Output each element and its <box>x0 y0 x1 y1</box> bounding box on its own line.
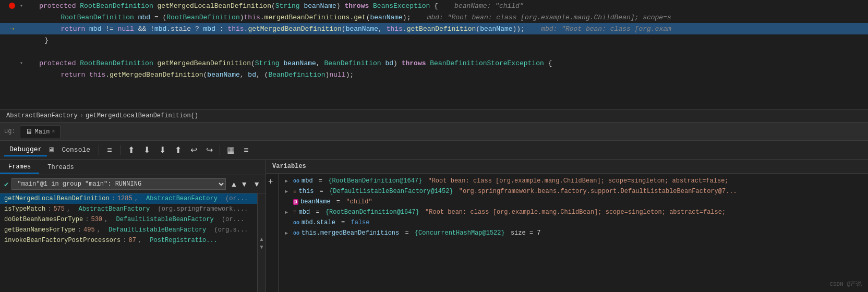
var-item-beanname[interactable]: p beanName = "child" <box>279 197 868 207</box>
var-val-mergedbeans: size = 7 <box>507 229 541 237</box>
gutter-3: → <box>4 25 20 33</box>
tab-console[interactable]: Console <box>56 144 95 156</box>
step-into-btn[interactable]: ⬇ <box>139 143 154 157</box>
frames-list-container: getMergedLocalBeanDefinition:1285, Abstr… <box>0 193 266 292</box>
settings-btn[interactable]: ≡ <box>239 143 254 157</box>
tab-frames[interactable]: Frames <box>0 161 39 174</box>
thread-check-icon: ✔ <box>4 180 8 189</box>
stack-frame-4[interactable]: invokeBeanFactoryPostProcessors:87, Post… <box>0 235 257 246</box>
thread-select-dropdown[interactable]: "main"@1 in group "main": RUNNING <box>11 178 226 190</box>
var-name-mbd1: mbd <box>302 177 313 185</box>
var-item-mbdstale[interactable]: oo mbd.stale = false <box>279 217 868 228</box>
frame-method-2: doGetBeanNamesForType <box>4 216 83 223</box>
toolbar-menu-btn[interactable]: ≡ <box>102 143 117 157</box>
var-type-this: {DefaultListableBeanFactory@1452} <box>329 188 453 195</box>
add-variable-btn[interactable]: + <box>266 176 275 187</box>
code-content-6: protected RootBeanDefinition getMergedBe… <box>23 59 868 67</box>
tab-debugger[interactable]: Debugger <box>4 143 47 156</box>
thread-up-btn[interactable]: ▲ <box>229 179 238 189</box>
debug-tabs-bar: ug: 🖥 Main × <box>0 123 868 141</box>
var-item-this[interactable]: ▶ ≡ this = {DefaultListableBeanFactory@1… <box>279 186 868 197</box>
var-val-mbdstale: false <box>351 219 369 226</box>
stack-frame-3[interactable]: getBeanNamesForType:495, DefaultListable… <box>0 225 257 235</box>
frame-package-1: (org.springframework.... <box>158 205 248 213</box>
thread-filter-btn[interactable]: ▼ <box>252 179 261 189</box>
var-type-mbd2: {RootBeanDefinition@1647} <box>326 209 419 216</box>
evaluate-btn[interactable]: ↩ <box>186 143 201 157</box>
expand-icon-mergedbeans: ▶ <box>285 230 291 236</box>
thread-down-btn[interactable]: ▼ <box>239 179 249 189</box>
var-val-mbd2: "Root bean: class [org.example.mang.Chil… <box>421 209 726 216</box>
panel-tabs: Frames Threads <box>0 160 266 175</box>
var-eq-mbd2: = <box>312 209 323 216</box>
step-over-btn[interactable]: ⬆ <box>124 143 138 157</box>
stack-frame-0[interactable]: getMergedLocalBeanDefinition:1285, Abstr… <box>0 193 257 204</box>
var-type-icon-mbdstale: oo <box>293 220 299 226</box>
stack-frames-list: getMergedLocalBeanDefinition:1285, Abstr… <box>0 193 257 292</box>
tab-threads[interactable]: Threads <box>39 162 82 173</box>
step-out-btn[interactable]: ⬇ <box>155 143 170 157</box>
var-eq-mergedbeans: = <box>401 229 413 237</box>
code-line-2: RootBeanDefinition mbd = (RootBeanDefini… <box>0 11 868 23</box>
var-type-icon-mergedbeans: oo <box>293 230 299 236</box>
debugger-toolbar: Debugger 🖥 Console ≡ ⬆ ⬇ ⬇ ⬆ ↩ ↪ ▦ ≡ <box>0 141 868 160</box>
var-type-icon-beanname: p <box>293 199 298 205</box>
variables-panel: Variables + ▶ oo mbd = {RootBeanDefiniti… <box>266 160 868 292</box>
frame-line-1: 575 <box>53 205 65 213</box>
var-type-icon-this: ≡ <box>293 188 297 194</box>
var-val-beanname: "child" <box>346 198 372 205</box>
var-name-mergedbeans: this.mergedBeanDefinitions <box>302 229 399 237</box>
separator-1 <box>99 145 99 155</box>
expand-icon-beanname <box>285 199 291 205</box>
code-line-4: } <box>0 34 868 46</box>
var-name-beanname: beanName <box>300 198 331 205</box>
frame-package-2: (or... <box>222 216 244 223</box>
console-icon: 🖥 <box>48 146 55 154</box>
hint-1: beanName: "child" <box>454 2 524 10</box>
hint-3: mbd: "Root bean: class [org.exam <box>541 25 671 33</box>
tab-label: Main <box>35 128 50 136</box>
expand-icon-mbd2: ▶ <box>285 209 291 215</box>
code-line-7: return this.getMergedBeanDefinition(bean… <box>0 69 868 80</box>
force-step-btn[interactable]: ↪ <box>202 143 216 157</box>
watermark: CSDN @芒说 <box>829 280 862 288</box>
code-content-2: RootBeanDefinition mbd = (RootBeanDefini… <box>28 14 868 21</box>
code-line-5 <box>0 46 868 57</box>
ide-window: ▾ protected RootBeanDefinition getMerged… <box>0 0 868 292</box>
frame-line-4: 87 <box>128 237 136 244</box>
scroll-down-btn[interactable]: ▼ <box>258 243 266 251</box>
code-line-3: → return mbd != null && !mbd.stale ? mbd… <box>0 23 868 34</box>
var-eq-mbdstale: = <box>337 219 349 226</box>
frame-method-1: isTypeMatch <box>4 205 45 213</box>
var-item-mbd2[interactable]: ▶ ≡ mbd = {RootBeanDefinition@1647} "Roo… <box>279 207 868 217</box>
frame-class-3: DefaultListableBeanFactory <box>108 226 206 234</box>
stack-frame-1[interactable]: isTypeMatch:575, AbstractBeanFactory (or… <box>0 204 257 214</box>
var-eq-beanname: = <box>333 198 344 205</box>
var-item-mbd1[interactable]: ▶ oo mbd = {RootBeanDefinition@1647} "Ro… <box>279 176 868 186</box>
separator-3 <box>220 145 220 155</box>
var-eq-mbd1: = <box>315 177 327 185</box>
tab-icon: 🖥 <box>26 128 33 136</box>
var-name-this: this <box>299 188 314 195</box>
frames-panel: Frames Threads ✔ "main"@1 in group "main… <box>0 160 266 292</box>
frame-line-3: 495 <box>83 226 95 234</box>
breakpoint-icon[interactable] <box>9 3 15 9</box>
frame-class-1: AbstractBeanFactory <box>78 205 150 213</box>
run-to-cursor-btn[interactable]: ⬆ <box>171 143 185 157</box>
scroll-up-btn[interactable]: ▲ <box>258 235 266 243</box>
expand-icon-mbd1: ▶ <box>285 178 291 184</box>
variables-header: Variables <box>266 160 868 174</box>
var-item-mergedbeans[interactable]: ▶ oo this.mergedBeanDefinitions = {Concu… <box>279 228 868 238</box>
var-type-mbd1: {RootBeanDefinition@1647} <box>328 177 422 185</box>
frame-method-3: getBeanNamesForType <box>4 226 76 234</box>
stack-frame-2[interactable]: doGetBeanNamesForType:530, DefaultListab… <box>0 214 257 225</box>
watches-btn[interactable]: ▦ <box>223 143 238 157</box>
hint-2: mbd: "Root bean: class [org.example.mang… <box>427 14 671 21</box>
var-eq-this: = <box>316 188 327 195</box>
tab-close-btn[interactable]: × <box>52 129 55 135</box>
code-content-5 <box>28 48 868 56</box>
tab-main[interactable]: 🖥 Main × <box>20 125 61 138</box>
separator-2 <box>120 145 120 155</box>
code-editor: ▾ protected RootBeanDefinition getMerged… <box>0 0 868 110</box>
code-content-1: protected RootBeanDefinition getMergedLo… <box>23 2 868 10</box>
